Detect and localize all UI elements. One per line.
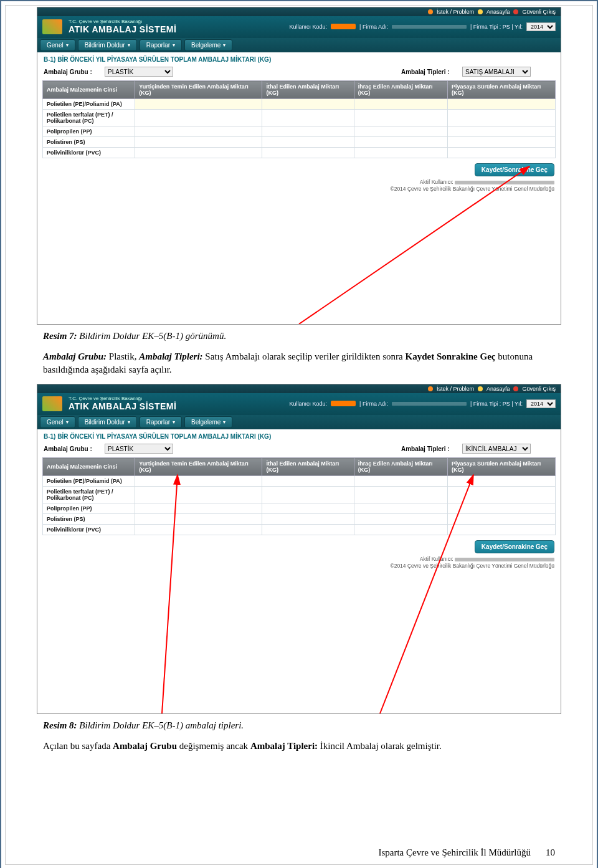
- cell-input[interactable]: [262, 110, 354, 126]
- table-row: Polipropilen (PP): [43, 126, 556, 137]
- row-label: Polipropilen (PP): [43, 503, 135, 514]
- istek-link[interactable]: İstek / Problem: [437, 9, 474, 15]
- redacted-aktif-user: [455, 181, 554, 184]
- cell-input[interactable]: [262, 137, 354, 148]
- chevron-down-icon: ▾: [223, 419, 225, 425]
- cell-input[interactable]: [135, 525, 262, 535]
- year-select[interactable]: 2014: [526, 22, 556, 31]
- cell-input[interactable]: [135, 476, 262, 487]
- cell-input[interactable]: [262, 126, 354, 137]
- ambalaj-tipleri-select[interactable]: SATIŞ AMBALAJI: [462, 67, 531, 77]
- copyright-text: ©2014 Çevre ve Şehircilik Bakanlığı Çevr…: [390, 186, 554, 192]
- cell-input[interactable]: [448, 525, 556, 535]
- filter-row: Ambalaj Grubu : PLASTİK Ambalaj Tipleri …: [37, 65, 561, 80]
- cell-input[interactable]: [135, 99, 262, 110]
- ambalaj-grubu-select[interactable]: PLASTİK: [105, 67, 173, 77]
- redacted-firma: [392, 402, 467, 406]
- resim8-text: Bildirim Doldur EK–5(B-1) ambalaj tipler…: [77, 720, 244, 730]
- col-piyasaya: Piyasaya Sürülen Ambalaj Miktarı (KG): [448, 458, 556, 476]
- guvenli-cikis-link[interactable]: Güvenli Çıkış: [522, 386, 556, 392]
- p1-text: Satış Ambalajı olarak seçilip veriler gi…: [203, 351, 406, 361]
- cell-input[interactable]: [448, 514, 556, 525]
- menu-bildirim[interactable]: Bildirim Doldur▾: [78, 416, 137, 428]
- menu-belgeleme[interactable]: Belgeleme▾: [184, 416, 232, 428]
- ambalaj-tipleri-label: Ambalaj Tipleri :: [401, 69, 457, 75]
- cell-input[interactable]: [448, 99, 556, 110]
- chevron-down-icon: ▾: [128, 419, 130, 425]
- firma-tipi-label: | Firma Tipi : PS | Yıl:: [470, 24, 523, 30]
- cell-input[interactable]: [262, 99, 354, 110]
- save-next-button[interactable]: Kaydet/Sonrakine Geç: [475, 163, 554, 176]
- cell-input[interactable]: [354, 99, 447, 110]
- row-label: Polistiren (PS): [43, 514, 135, 525]
- cell-input[interactable]: [448, 126, 556, 137]
- menu-belgeleme-label: Belgeleme: [191, 419, 221, 426]
- cell-input[interactable]: [135, 148, 262, 158]
- brand-title: ATIK AMBALAJ SİSTEMİ: [69, 401, 176, 411]
- menu-genel[interactable]: Genel▾: [40, 39, 75, 51]
- cell-input[interactable]: [354, 476, 447, 487]
- cell-input[interactable]: [262, 525, 354, 535]
- cell-input[interactable]: [354, 525, 447, 535]
- save-next-button[interactable]: Kaydet/Sonrakine Geç: [475, 540, 554, 553]
- menu-genel[interactable]: Genel▾: [40, 416, 75, 428]
- chevron-down-icon: ▾: [223, 42, 225, 48]
- cell-input[interactable]: [448, 148, 556, 158]
- cell-input[interactable]: [262, 148, 354, 158]
- cell-input[interactable]: [262, 514, 354, 525]
- ministry-logo: [42, 19, 62, 34]
- menu-bildirim[interactable]: Bildirim Doldur▾: [78, 39, 137, 51]
- cell-input[interactable]: [354, 137, 447, 148]
- cell-input[interactable]: [448, 503, 556, 514]
- cell-input[interactable]: [135, 503, 262, 514]
- cell-input[interactable]: [135, 126, 262, 137]
- cell-input[interactable]: [448, 476, 556, 487]
- table-row: Polietilen (PE)/Poliamid (PA): [43, 476, 556, 487]
- anasayfa-link[interactable]: Anasayfa: [486, 386, 510, 392]
- anasayfa-link[interactable]: Anasayfa: [486, 9, 510, 15]
- cell-input[interactable]: [135, 487, 262, 503]
- ambalaj-grubu-select[interactable]: PLASTİK: [105, 444, 173, 454]
- cell-input[interactable]: [135, 514, 262, 525]
- resim7-text: Bildirim Doldur EK–5(B-1) görünümü.: [77, 331, 227, 341]
- chevron-down-icon: ▾: [128, 42, 130, 48]
- year-select[interactable]: 2014: [526, 399, 556, 408]
- row-label: Polietilen terftalat (PET) / Polikarbona…: [43, 110, 135, 126]
- menu-raporlar[interactable]: Raporlar▾: [140, 416, 182, 428]
- cell-input[interactable]: [354, 148, 447, 158]
- cell-input[interactable]: [262, 503, 354, 514]
- cikis-icon: [513, 9, 518, 14]
- cell-input[interactable]: [354, 503, 447, 514]
- cell-input[interactable]: [354, 514, 447, 525]
- menu-raporlar[interactable]: Raporlar▾: [140, 39, 182, 51]
- row-label: Polipropilen (PP): [43, 126, 135, 137]
- cell-input[interactable]: [135, 110, 262, 126]
- guvenli-cikis-link[interactable]: Güvenli Çıkış: [522, 9, 556, 15]
- footer-info: Aktif Kullanıcı: ©2014 Çevre ve Şehircil…: [37, 555, 561, 573]
- p1-kaydet: Kaydet Sonrakine Geç: [405, 351, 495, 361]
- brand-subtitle: T.C. Çevre ve Şehircilik Bakanlığı: [69, 396, 176, 401]
- table-row: Polivinilklorür (PVC): [43, 148, 556, 158]
- istek-icon: [428, 386, 433, 391]
- footer-org: Isparta Çevre ve Şehircilik İl Müdürlüğü: [378, 847, 531, 858]
- chevron-down-icon: ▾: [66, 419, 69, 425]
- caption-resim-7: Resim 7: Bildirim Doldur EK–5(B-1) görün…: [43, 330, 555, 343]
- ambalaj-tipleri-select[interactable]: İKİNCİL AMBALAJ: [462, 444, 531, 454]
- cell-input[interactable]: [448, 137, 556, 148]
- cikis-icon: [513, 386, 518, 391]
- cell-input[interactable]: [262, 476, 354, 487]
- cell-input[interactable]: [354, 110, 447, 126]
- chevron-down-icon: ▾: [173, 419, 175, 425]
- cell-input[interactable]: [262, 487, 354, 503]
- cell-input[interactable]: [448, 487, 556, 503]
- cell-input[interactable]: [135, 137, 262, 148]
- paragraph-2: Açılan bu sayfada Ambalaj Grubu değişmem…: [43, 740, 555, 753]
- cell-input[interactable]: [354, 487, 447, 503]
- menu-belgeleme[interactable]: Belgeleme▾: [184, 39, 232, 51]
- cell-input[interactable]: [354, 126, 447, 137]
- cell-input[interactable]: [448, 110, 556, 126]
- menu-raporlar-label: Raporlar: [146, 42, 170, 49]
- table-row: Polietilen terftalat (PET) / Polikarbona…: [43, 487, 556, 503]
- main-menu: Genel▾ Bildirim Doldur▾ Raporlar▾ Belgel…: [37, 38, 561, 52]
- istek-link[interactable]: İstek / Problem: [437, 386, 474, 392]
